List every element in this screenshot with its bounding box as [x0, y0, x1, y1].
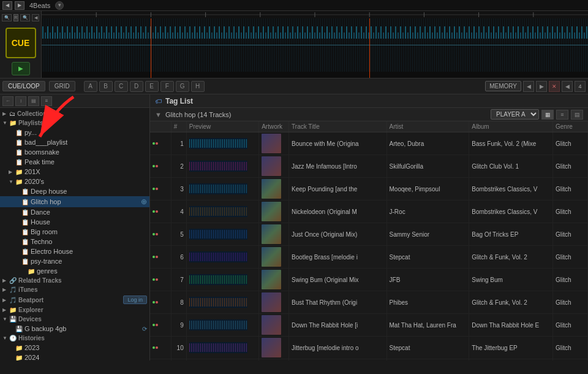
sidebar-item-glitch-hop[interactable]: 📋 Glitch hop ⊕ [0, 196, 149, 207]
col-header-album[interactable]: Album [469, 121, 553, 132]
panel-number[interactable]: 4 [575, 81, 586, 92]
cue-next-btn[interactable]: ▶ [536, 81, 547, 92]
sidebar-item-collection[interactable]: ▶ 🗂 Collection [0, 109, 149, 118]
letter-btn-h[interactable]: H [191, 81, 205, 92]
track-genre: Glitch [552, 337, 587, 359]
cue-close-btn[interactable]: ✕ [549, 81, 560, 92]
sidebar-item-peak-time[interactable]: 📋 Peak time [0, 157, 149, 167]
sidebar-list-btn[interactable]: ▤ [28, 96, 39, 106]
track-artist: The Vaude Villainz [386, 359, 469, 361]
reset-btn[interactable]: R [13, 14, 18, 21]
col-header-title[interactable]: Track Title [289, 121, 386, 132]
transport-bar: ◀ ▶ 4Beats ▼ [0, 0, 588, 11]
track-artwork [259, 200, 289, 223]
track-preview[interactable] [186, 291, 258, 314]
letter-btn-e[interactable]: E [145, 81, 159, 92]
beats-dropdown[interactable]: ▼ [55, 1, 64, 10]
col-header-status[interactable] [150, 121, 171, 132]
view-list-btn[interactable]: ≡ [556, 110, 568, 120]
sidebar-item-bad-playlist[interactable]: 📋 bad___playlist [0, 137, 149, 147]
prev-btn[interactable]: ◀ [2, 1, 12, 10]
filter-icon[interactable]: ▼ [155, 111, 162, 118]
sidebar-item-dance[interactable]: 📋 Dance [0, 207, 149, 217]
table-row[interactable]: 6 Bootleg Brass [melodie i Stepcat Glitc… [150, 246, 588, 269]
beatport-login-btn[interactable]: Log in [123, 296, 147, 304]
sidebar-item-deep-house[interactable]: 📋 Deep house [0, 186, 149, 196]
table-row[interactable]: 2 Jazz Me Infamous [Intro SkilfulGorilla… [150, 155, 588, 178]
sidebar-item-psy-trance[interactable]: 📋 psy-trance [0, 256, 149, 266]
letter-btn-f[interactable]: F [160, 81, 174, 92]
track-preview[interactable] [186, 132, 258, 155]
sidebar-item-electro-house[interactable]: 📋 Electro House [0, 246, 149, 256]
waveform-display[interactable] [42, 11, 588, 78]
sidebar-item-hist-2023[interactable]: 📁 2023 [0, 343, 149, 353]
track-preview[interactable] [186, 178, 258, 200]
sidebar-item-hist-2024[interactable]: 📁 2024 [0, 353, 149, 361]
grid-tab[interactable]: GRID [49, 81, 75, 91]
sidebar-item-beatport[interactable]: ▶ 🎵 Beatport Log in [0, 294, 149, 305]
table-row[interactable]: 10 Jitterbug [melodie intro o Stepcat Th… [150, 337, 588, 359]
sidebar-item-g-backup[interactable]: 💾 G backup 4gb ⟳ [0, 324, 149, 334]
sidebar-item-histories[interactable]: ▼ 🕐 Histories [0, 334, 149, 343]
player-selector[interactable]: PLAYER A PLAYER B [491, 109, 539, 120]
letter-btn-a[interactable]: A [84, 81, 97, 92]
col-header-num[interactable]: # [171, 121, 186, 132]
track-preview[interactable] [186, 200, 258, 223]
track-preview[interactable] [186, 314, 258, 337]
memory-button[interactable]: MEMORY [485, 81, 521, 91]
view-other-btn[interactable]: ▤ [571, 110, 583, 120]
track-preview[interactable] [186, 223, 258, 246]
col-header-genre[interactable]: Genre [552, 121, 587, 132]
next-btn[interactable]: ▶ [15, 1, 24, 10]
track-table-container[interactable]: # Preview Artwork Track Title Artist Alb… [150, 121, 588, 361]
sidebar-item-house[interactable]: 📋 House [0, 217, 149, 227]
table-row[interactable]: 5 Just Once (Original Mix) Sammy Senior … [150, 223, 588, 246]
sidebar-item-2020s[interactable]: ▼ 📁 2020's [0, 177, 149, 186]
track-preview[interactable] [186, 269, 258, 291]
letter-btn-c[interactable]: C [115, 81, 128, 92]
sync-btn[interactable]: ◀ [32, 14, 39, 21]
track-preview[interactable] [186, 246, 258, 269]
panel-prev-btn[interactable]: ◀ [562, 81, 573, 92]
col-header-preview[interactable]: Preview [186, 121, 258, 132]
track-artwork [259, 359, 289, 361]
table-row[interactable]: 4 Nickelodeon (Original M J-Roc Bombstri… [150, 200, 588, 223]
letter-btn-d[interactable]: D [130, 81, 143, 92]
cue-prev-btn[interactable]: ◀ [523, 81, 534, 92]
table-row[interactable]: 3 Keep Pounding [and the Mooqee, Pimpsou… [150, 178, 588, 200]
sidebar-item-201x[interactable]: ▶ 📁 201X [0, 167, 149, 177]
sidebar-item-explorer[interactable]: ▶ 📁 Explorer [0, 305, 149, 315]
table-row[interactable]: 11 Jumpin' Jack (Original M The Vaude Vi… [150, 359, 588, 361]
track-preview[interactable] [186, 359, 258, 361]
sidebar-item-py[interactable]: 📋 py... [0, 128, 149, 137]
sidebar-sort-btn[interactable]: ↕ [15, 96, 26, 106]
track-preview[interactable] [186, 155, 258, 178]
view-grid-btn[interactable]: ▦ [541, 110, 554, 120]
letter-btn-b[interactable]: B [99, 81, 113, 92]
table-row[interactable]: 1 Bounce with Me (Origina Arteo, Dubra B… [150, 132, 588, 155]
sidebar-item-big-room[interactable]: 📋 Big room [0, 227, 149, 237]
table-row[interactable]: 9 Down The Rabbit Hole [i Mat Tha Hat, L… [150, 314, 588, 337]
g-backup-sync-icon[interactable]: ⟳ [142, 326, 147, 332]
table-row[interactable]: 8 Bust That Rhythm (Origi Phibes Glitch … [150, 291, 588, 314]
sidebar-item-playlists[interactable]: ▼ 📁 Playlists [0, 118, 149, 128]
zoom-in-btn[interactable]: 🔍 [20, 14, 30, 21]
sidebar-item-techno[interactable]: 📋 Techno [0, 237, 149, 246]
track-genre: Glitch [552, 155, 587, 178]
cue-loop-tab[interactable]: CUE/LOOP [2, 81, 45, 91]
sidebar-item-devices[interactable]: ▼ 💾 Devices [0, 315, 149, 324]
letter-btn-g[interactable]: G [176, 81, 189, 92]
col-header-artwork[interactable]: Artwork [259, 121, 289, 132]
track-preview[interactable] [186, 337, 258, 359]
play-button[interactable]: ▶ [12, 62, 30, 75]
sidebar-menu-btn[interactable]: ≡ [41, 96, 52, 106]
sidebar-item-related-tracks[interactable]: ▶ 🔗 Related Tracks [0, 276, 149, 285]
sidebar-item-itunes[interactable]: ▶ 🎵 iTunes [0, 285, 149, 294]
table-row[interactable]: 7 Swing Bum (Original Mix JFB Swing Bum … [150, 269, 588, 291]
zoom-out-btn[interactable]: 🔍 [2, 14, 12, 21]
cue-button[interactable]: CUE [6, 28, 36, 58]
sidebar-back-btn[interactable]: ← [2, 96, 13, 106]
col-header-artist[interactable]: Artist [386, 121, 469, 132]
sidebar-item-genres[interactable]: 📁 genres [0, 266, 149, 276]
sidebar-item-boomsnake[interactable]: 📋 boomsnake [0, 147, 149, 157]
